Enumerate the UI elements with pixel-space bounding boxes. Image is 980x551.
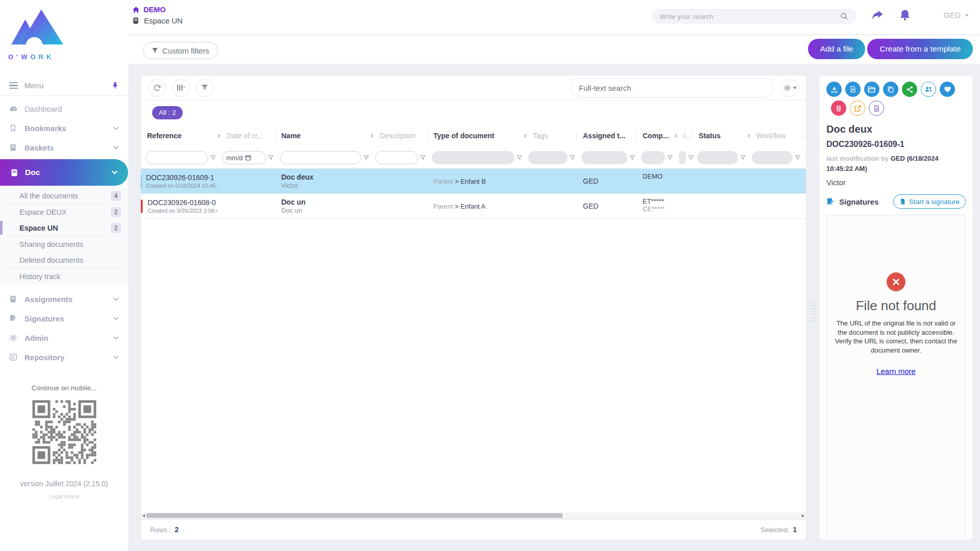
start-signature-button[interactable]: Start a signature: [893, 194, 966, 209]
column-header-name[interactable]: Name: [275, 124, 371, 147]
document-preview-button[interactable]: [869, 101, 884, 116]
users-button[interactable]: [921, 82, 936, 97]
panel-resize-handle[interactable]: [811, 301, 816, 323]
filter-status-select[interactable]: [697, 151, 738, 164]
sidebar-item-assignments[interactable]: Assignments: [0, 289, 128, 309]
column-header-company[interactable]: Comp...: [636, 124, 674, 147]
favorite-heart-button[interactable]: [940, 82, 955, 97]
breadcrumb-home[interactable]: DEMO: [132, 6, 183, 14]
column-header-y[interactable]: Y: [802, 124, 806, 147]
column-header-assigned[interactable]: Assigned t...: [577, 124, 636, 147]
funnel-icon[interactable]: [210, 155, 216, 161]
table-row[interactable]: w DOC230926-01609-1 Created on 6/18/2024…: [141, 169, 806, 194]
book-icon: [132, 17, 139, 24]
sidebar-item-history-track[interactable]: History track: [0, 268, 128, 284]
sidebar-item-signatures[interactable]: Signatures: [0, 309, 128, 328]
column-header-date[interactable]: Date of cr...: [217, 124, 275, 147]
upload-file-button[interactable]: [845, 82, 861, 97]
owork-logo-icon: [10, 7, 65, 49]
calendar-icon: [245, 155, 251, 161]
filter-description-input[interactable]: [375, 151, 418, 164]
all-filter-badge[interactable]: All : 2: [152, 106, 183, 119]
column-header-workflow[interactable]: Workflow: [747, 124, 802, 147]
sidebar-item-admin[interactable]: Admin: [0, 328, 128, 347]
filter-name-input[interactable]: [280, 151, 361, 164]
filter-button[interactable]: [195, 79, 213, 97]
funnel-icon[interactable]: [667, 155, 673, 161]
pin-sidebar-icon[interactable]: [111, 82, 119, 90]
filter-date-input[interactable]: mm/d: [222, 151, 266, 164]
column-header-description[interactable]: Description: [371, 124, 427, 147]
add-file-button[interactable]: Add a file: [808, 39, 866, 59]
sidebar-item-label: Dashboard: [24, 105, 62, 113]
fulltext-search-input[interactable]: [579, 84, 766, 92]
sidebar-item-doc[interactable]: Doc: [0, 159, 128, 186]
columns-button[interactable]: [172, 79, 190, 97]
filter-tags-select[interactable]: [528, 151, 568, 164]
table-row[interactable]: DOC230926-01608-0 Created on 9/26/2023 3…: [141, 194, 806, 219]
scroll-right-arrow[interactable]: [802, 514, 804, 517]
sidebar-item-sharing-documents[interactable]: Sharing documents: [0, 236, 128, 252]
funnel-icon[interactable]: [570, 155, 575, 161]
sidebar-item-dashboard[interactable]: Dashboard: [0, 99, 128, 118]
column-header-reference[interactable]: Reference: [141, 124, 217, 147]
home-icon: [132, 6, 140, 13]
learn-more-link[interactable]: Learn more: [876, 367, 916, 375]
table-settings-button[interactable]: [781, 79, 799, 97]
filter-workflow-select[interactable]: [752, 151, 793, 164]
column-header-type[interactable]: Type of document: [427, 124, 524, 147]
download-button[interactable]: [826, 82, 842, 97]
horizontal-scrollbar-thumb[interactable]: [146, 513, 562, 518]
notifications-bell-button[interactable]: [899, 9, 911, 21]
gear-icon: [9, 334, 18, 342]
open-folder-button[interactable]: [864, 82, 879, 97]
share-button[interactable]: [902, 82, 917, 97]
sidebar-item-baskets[interactable]: Baskets: [0, 138, 128, 157]
funnel-icon[interactable]: [363, 155, 369, 161]
filter-company-select[interactable]: [641, 151, 665, 164]
legal-notice-link[interactable]: Legal notice: [0, 493, 128, 499]
chevron-down-icon: [113, 145, 119, 150]
document-detail-panel: Doc deux DOC230926-01609-1 last modifica…: [819, 75, 973, 540]
share-button[interactable]: [871, 9, 884, 21]
copy-button[interactable]: [883, 82, 898, 97]
create-from-template-button[interactable]: Create from a template: [867, 39, 973, 59]
sidebar-item-espace-un[interactable]: Espace UN 2: [0, 220, 128, 236]
funnel-icon[interactable]: [420, 155, 426, 161]
column-header-i[interactable]: I...: [674, 124, 693, 147]
edit-open-button[interactable]: [850, 101, 865, 116]
filter-reference-input[interactable]: [145, 151, 208, 164]
menu-toggle[interactable]: Menu: [0, 76, 128, 96]
delete-trash-button[interactable]: [831, 101, 846, 116]
search-icon[interactable]: [840, 12, 848, 20]
sidebar-item-deleted-documents[interactable]: Deleted documents: [0, 252, 128, 268]
horizontal-scrollbar[interactable]: [141, 512, 806, 519]
funnel-icon: [152, 47, 158, 54]
sidebar-item-repository[interactable]: Repository: [0, 347, 128, 367]
sub-item-label: Espace UN: [19, 224, 58, 232]
funnel-icon[interactable]: [740, 155, 746, 161]
funnel-icon[interactable]: [795, 155, 800, 161]
funnel-icon[interactable]: [629, 155, 635, 161]
column-header-tags[interactable]: Tags: [524, 124, 577, 147]
funnel-icon[interactable]: [268, 155, 274, 161]
filter-i-select[interactable]: [679, 151, 686, 164]
doc-icon: [10, 168, 18, 177]
rows-label: Rows :: [150, 526, 171, 534]
user-menu[interactable]: GED: [943, 11, 969, 20]
refresh-button[interactable]: [148, 79, 166, 97]
sidebar-item-bookmarks[interactable]: Bookmarks: [0, 118, 128, 138]
global-search-input[interactable]: [659, 13, 840, 20]
filter-assigned-select[interactable]: [581, 151, 627, 164]
sidebar-item-espace-deux[interactable]: Espace DEUX 2: [0, 204, 128, 220]
filter-type-select[interactable]: [432, 151, 514, 164]
column-header-status[interactable]: Status: [693, 124, 747, 147]
sidebar-item-all-documents[interactable]: All the documents 4: [0, 188, 128, 204]
filter-assigned: [577, 151, 636, 164]
sidebar-item-label: Admin: [24, 334, 48, 342]
document-title: Doc deux: [826, 123, 966, 135]
custom-filters-button[interactable]: Custom filters: [143, 42, 218, 59]
funnel-icon[interactable]: [517, 155, 522, 161]
doc-name-sub: Doc un: [281, 207, 371, 214]
scroll-left-arrow[interactable]: [142, 514, 145, 517]
